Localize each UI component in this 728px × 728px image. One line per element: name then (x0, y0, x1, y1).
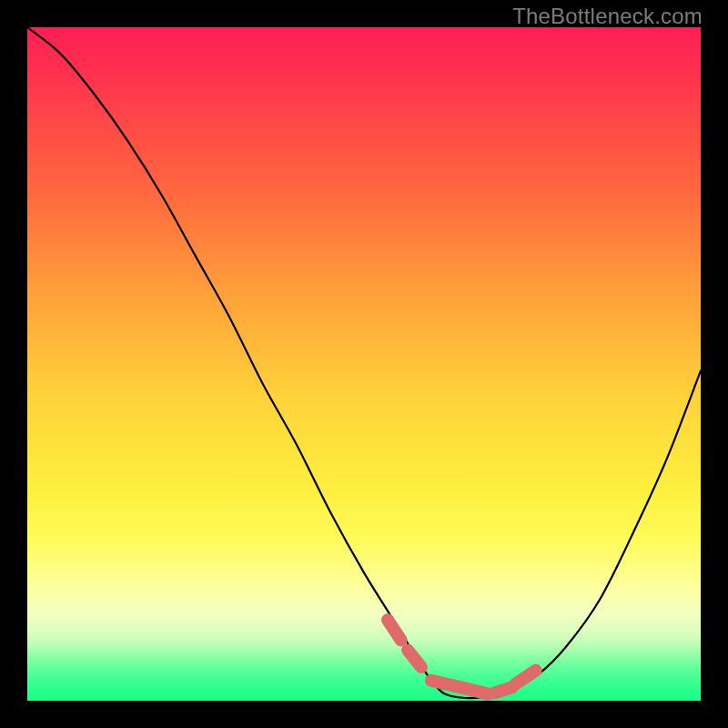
plot-area (27, 27, 701, 701)
optimal-zone-markers (388, 620, 536, 693)
watermark-text: TheBottleneck.com (512, 4, 703, 29)
optimal-zone-segment (516, 671, 536, 684)
bottleneck-curve (27, 27, 701, 698)
optimal-zone-segment (495, 687, 512, 693)
optimal-zone-segment (408, 651, 421, 668)
chart-frame: TheBottleneck.com (0, 0, 728, 728)
optimal-zone-segment (431, 681, 489, 694)
curve-svg (27, 27, 701, 701)
optimal-zone-segment (388, 620, 401, 640)
